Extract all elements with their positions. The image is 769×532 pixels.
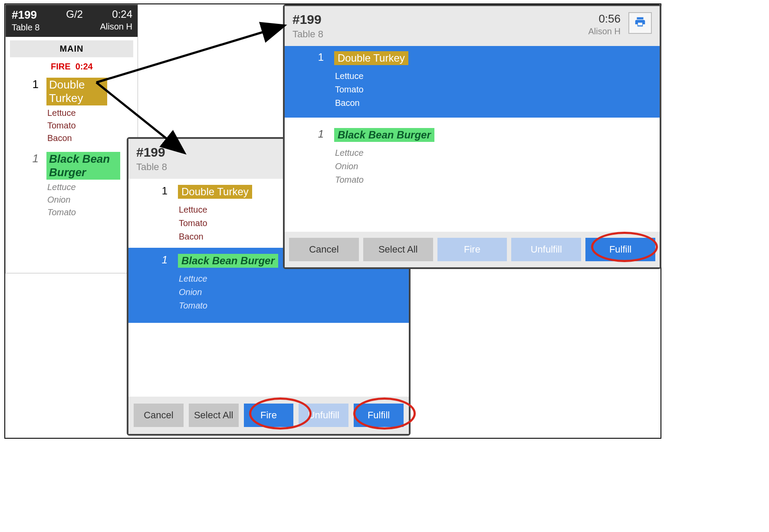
item-name: Double Turkey bbox=[334, 51, 408, 65]
item-mod: Tomato bbox=[179, 301, 409, 311]
cancel-button[interactable]: Cancel bbox=[134, 404, 184, 427]
item-name: Black Bean Burger bbox=[334, 128, 434, 142]
cancel-button[interactable]: Cancel bbox=[289, 238, 359, 261]
arrow-annotation bbox=[92, 22, 300, 167]
item-qty: 1 bbox=[154, 254, 168, 266]
item-qty: 1 bbox=[311, 51, 324, 63]
select-all-button[interactable]: Select All bbox=[189, 404, 239, 427]
item-name: Double Turkey bbox=[178, 185, 252, 199]
fire-timer: 0:24 bbox=[76, 62, 93, 71]
action-bar: Cancel Select All Fire Unfulfill Fulfill bbox=[128, 397, 409, 434]
item-qty: 1 bbox=[154, 185, 168, 197]
ticket-timer: 0:56 bbox=[588, 12, 621, 26]
item-mod: Onion bbox=[47, 195, 133, 205]
order-item-row[interactable]: 1 Black Bean Burger Lettuce Onion Tomato bbox=[285, 118, 660, 185]
svg-line-0 bbox=[96, 26, 283, 82]
unfulfill-button[interactable]: Unfulfill bbox=[299, 404, 348, 427]
ticket-timer: 0:24 bbox=[112, 8, 132, 22]
item-qty: 1 bbox=[28, 152, 39, 165]
print-button[interactable] bbox=[628, 12, 652, 34]
table-label: Table 8 bbox=[12, 23, 40, 33]
unfulfill-button-disabled[interactable]: Unfulfill bbox=[511, 238, 581, 261]
item-mod: Tomato bbox=[335, 85, 660, 95]
item-mod: Onion bbox=[335, 161, 660, 171]
order-detail-panel-wide: #199 Table 8 0:56 Alison H 1 Double Turk… bbox=[283, 4, 661, 269]
item-mod: Lettuce bbox=[335, 71, 660, 81]
item-qty: 1 bbox=[311, 128, 324, 140]
printer-icon bbox=[633, 16, 647, 30]
server-name: Alison H bbox=[588, 26, 621, 36]
item-mod: Bacon bbox=[335, 98, 660, 108]
select-all-button[interactable]: Select All bbox=[363, 238, 433, 261]
order-item-row-selected[interactable]: 1 Double Turkey Lettuce Tomato Bacon bbox=[285, 46, 660, 118]
item-mods: Lettuce Onion Tomato bbox=[47, 182, 133, 217]
item-mod: Lettuce bbox=[335, 148, 660, 158]
fire-button[interactable]: Fire bbox=[244, 404, 294, 427]
item-name: Black Bean Burger bbox=[178, 254, 278, 268]
panel-header: #199 Table 8 0:56 Alison H bbox=[285, 6, 660, 46]
fulfill-button[interactable]: Fulfill bbox=[354, 404, 404, 427]
fire-label: FIRE bbox=[51, 62, 71, 71]
fulfill-button[interactable]: Fulfill bbox=[585, 238, 655, 261]
diagram-stage: #199 G/2 0:24 Table 8 Alison H MAIN FIRE… bbox=[4, 3, 661, 439]
item-mod: Lettuce bbox=[47, 182, 133, 192]
item-mod: Onion bbox=[179, 287, 409, 297]
item-qty: 1 bbox=[28, 78, 39, 91]
action-bar: Cancel Select All Fire Unfulfill Fulfill bbox=[285, 232, 660, 267]
item-mod: Tomato bbox=[47, 207, 133, 217]
item-mod: Tomato bbox=[335, 175, 660, 185]
svg-line-1 bbox=[96, 82, 183, 152]
order-number: #199 bbox=[12, 8, 37, 22]
item-mod: Lettuce bbox=[179, 274, 409, 284]
guest-zone: G/2 bbox=[66, 8, 83, 22]
fire-button-disabled[interactable]: Fire bbox=[437, 238, 507, 261]
